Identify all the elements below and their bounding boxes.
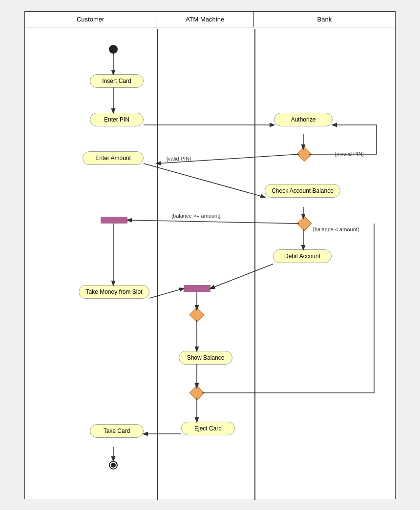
svg-line-11 [149, 288, 184, 298]
diamond-auth-node [299, 149, 310, 160]
authorize-node: Authorize [274, 113, 333, 126]
diamond-balance-node [299, 218, 310, 229]
enter-amount-node: Enter Amount [83, 151, 144, 165]
take-card-node: Take Card [90, 424, 144, 438]
balance-gte-label: [balance >= amount] [171, 213, 220, 219]
enter-pin-node: Enter PIN [90, 113, 144, 126]
svg-line-7 [127, 220, 299, 224]
lane-header-atm: ATM Machine [156, 12, 253, 27]
diagram-container: Customer ATM Machine Bank Insert Card En… [24, 11, 396, 499]
fork2-node [184, 285, 210, 292]
invalid-pin-label: [invalid PIN] [335, 151, 364, 157]
diamond-join1-node [191, 309, 202, 320]
start-node [109, 45, 118, 54]
svg-line-10 [210, 264, 273, 288]
svg-line-5 [144, 163, 265, 197]
insert-card-node: Insert Card [90, 74, 144, 88]
check-balance-node: Check Account Balance [265, 184, 340, 198]
valid-pin-label: [valid PIN] [167, 156, 191, 162]
end-node [109, 461, 118, 469]
lane-header-bank: Bank [254, 12, 395, 27]
show-balance-node: Show Balance [179, 351, 232, 365]
debit-account-node: Debit Account [273, 249, 332, 263]
fork1-node [101, 217, 127, 224]
lane-header-customer: Customer [25, 12, 156, 27]
eject-card-node: Eject Card [181, 422, 235, 435]
diamond-join2-node [191, 388, 202, 398]
take-money-node: Take Money from Slot [79, 285, 149, 299]
balance-lt-label: [balance < amount] [313, 226, 359, 232]
